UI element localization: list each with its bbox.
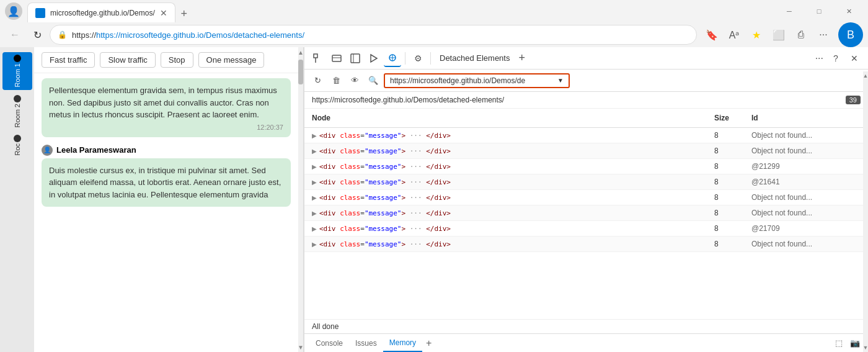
panel-name: Detached Elements — [435, 53, 515, 63]
favorites-icon[interactable]: ★ — [746, 25, 766, 45]
table-row[interactable]: ▶ <div class="message"> ··· </div> 8 Obj… — [304, 205, 868, 221]
delete-icon[interactable]: 🗑 — [328, 73, 344, 89]
collections-icon[interactable]: 🔖 — [702, 25, 722, 45]
count-badge: 39 — [846, 96, 861, 104]
expand-icon[interactable]: ▶ — [312, 241, 317, 248]
node-code: <div class="message"> ··· </div> — [319, 194, 451, 202]
stop-button[interactable]: Stop — [161, 52, 193, 68]
more-options-button[interactable]: ··· — [813, 53, 826, 64]
scroll-bottom-arrow[interactable]: ▼ — [863, 343, 868, 352]
table-row[interactable]: ▶ <div class="message"> ··· </div> 8 @21… — [304, 159, 868, 174]
profile-icon[interactable]: 👤 — [5, 2, 22, 20]
add-panel-button[interactable]: + — [516, 52, 528, 65]
sources-icon[interactable] — [365, 50, 383, 67]
network-icon[interactable] — [384, 50, 401, 67]
fast-traffic-button[interactable]: Fast traffic — [42, 52, 95, 68]
console-drawer-icon[interactable] — [328, 50, 345, 67]
size-cell: 8 — [707, 223, 744, 234]
tab-close-button[interactable]: ✕ — [160, 9, 167, 17]
size-cell: 8 — [707, 161, 744, 172]
close-button[interactable]: ✕ — [835, 1, 863, 21]
room-label-2: Room 2 — [14, 104, 21, 128]
slow-traffic-button[interactable]: Slow traffic — [100, 52, 155, 68]
issues-tab[interactable]: Issues — [349, 334, 383, 352]
table-row[interactable]: ▶ <div class="message"> ··· </div> 8 Obj… — [304, 128, 868, 143]
refresh-button[interactable]: ↻ — [27, 25, 47, 45]
more-tools-icon[interactable]: ··· — [813, 25, 833, 45]
refresh-analysis-icon[interactable]: ↻ — [309, 73, 326, 89]
screenshot-icon[interactable]: 📷 — [847, 335, 863, 351]
table-row[interactable]: ▶ <div class="message"> ··· </div> 8 @21… — [304, 221, 868, 237]
read-aloud-icon[interactable]: Aᵃ — [724, 25, 744, 45]
back-button[interactable]: ← — [5, 25, 25, 45]
node-code: <div class="message"> ··· </div> — [319, 225, 451, 233]
new-tab-button[interactable]: + — [175, 5, 193, 22]
expand-icon[interactable]: ▶ — [312, 179, 317, 186]
expand-icon[interactable]: ▶ — [312, 225, 317, 232]
scroll-top-arrow[interactable]: ▲ — [863, 71, 868, 80]
node-cell: ▶ <div class="message"> ··· </div> — [304, 161, 707, 172]
settings-icon[interactable]: ⚙ — [409, 50, 427, 67]
table-body: ▶ <div class="message"> ··· </div> 8 Obj… — [304, 128, 868, 252]
screenshot-icon[interactable]: ⎙ — [791, 25, 811, 45]
room-label-1: Room 1 — [14, 63, 21, 88]
bing-button[interactable]: B — [838, 22, 863, 47]
memory-tab[interactable]: Memory — [383, 334, 422, 352]
table-row[interactable]: ▶ <div class="message"> ··· </div> 8 @21… — [304, 174, 868, 190]
url-display-text: https://microsoftedge.github.io/Demos/de… — [312, 96, 504, 104]
id-cell: Object not found... — [744, 207, 868, 219]
node-code: <div class="message"> ··· </div> — [319, 132, 451, 140]
scroll-down-arrow[interactable]: ▼ — [298, 342, 303, 352]
url-dropdown-icon[interactable]: ▼ — [557, 77, 564, 84]
node-code: <div class="message"> ··· </div> — [319, 178, 451, 186]
devtools-scrollbar[interactable]: ▲ ▼ — [863, 71, 868, 352]
one-message-button[interactable]: One message — [198, 52, 265, 68]
scroll-thumb[interactable] — [298, 60, 303, 84]
room-dot-3 — [14, 135, 21, 142]
minimize-button[interactable]: ─ — [775, 1, 804, 21]
close-devtools-icon[interactable]: ✕ — [846, 50, 863, 67]
undock-icon[interactable]: ⬚ — [831, 335, 847, 351]
room-item-3[interactable]: Roc — [2, 132, 32, 158]
chat-scrollbar[interactable]: ▲ ▼ — [298, 47, 303, 352]
active-tab[interactable]: microsoftedge.github.io/Demos/ ✕ — [27, 2, 175, 22]
node-code: <div class="message"> ··· </div> — [319, 209, 451, 217]
expand-icon[interactable]: ▶ — [312, 132, 317, 139]
column-header-size[interactable]: Size — [707, 111, 744, 125]
expand-icon[interactable]: ▶ — [312, 194, 317, 201]
scroll-up-arrow[interactable]: ▲ — [298, 47, 303, 57]
inspect-icon[interactable] — [309, 50, 327, 67]
room-item-1[interactable]: Room 1 — [2, 52, 32, 90]
address-bar-row: ← ↻ 🔒 https://https://microsoftedge.gith… — [0, 22, 868, 47]
maximize-button[interactable]: □ — [805, 1, 833, 21]
expand-icon[interactable]: ▶ — [312, 163, 317, 170]
table-row[interactable]: ▶ <div class="message"> ··· </div> 8 Obj… — [304, 237, 868, 252]
chat-toolbar: Fast traffic Slow traffic Stop One messa… — [34, 47, 298, 73]
message-item-2: 👤 Leela Parameswaran Duis molestie cursu… — [42, 145, 291, 207]
address-bar[interactable]: 🔒 https://https://microsoftedge.github.i… — [50, 25, 697, 45]
address-text: https://https://microsoftedge.github.io/… — [72, 30, 689, 40]
column-header-id[interactable]: Id — [744, 111, 868, 125]
tab-title: microsoftedge.github.io/Demos/ — [50, 9, 155, 17]
toolbar-separator-2 — [430, 52, 431, 65]
room-item-2[interactable]: Room 2 — [2, 93, 32, 130]
size-cell: 8 — [707, 176, 744, 187]
split-screen-icon[interactable]: ⬜ — [769, 25, 789, 45]
console-tab[interactable]: Console — [309, 334, 349, 352]
message-text-2: Duis molestie cursus ex, in tristique mi… — [49, 165, 283, 201]
table-row[interactable]: ▶ <div class="message"> ··· </div> 8 Obj… — [304, 190, 868, 205]
toolbar-separator — [405, 52, 405, 65]
elements-icon[interactable] — [347, 50, 364, 67]
table-row[interactable]: ▶ <div class="message"> ··· </div> 8 Obj… — [304, 143, 868, 159]
expand-icon[interactable]: ▶ — [312, 148, 317, 155]
url-input[interactable]: https://microsoftedge.github.io/Demos/de… — [384, 73, 570, 88]
main-content: Room 1 Room 2 Roc Fast traffic Slow traf… — [0, 47, 868, 352]
eye-icon[interactable]: 👁 — [347, 73, 363, 89]
help-icon[interactable]: ? — [827, 50, 844, 67]
node-cell: ▶ <div class="message"> ··· </div> — [304, 146, 707, 156]
column-header-node[interactable]: Node — [304, 111, 707, 125]
add-tab-button[interactable]: + — [422, 338, 435, 349]
bottom-tabs: Console Issues Memory + ⬚ 📷 — [304, 333, 868, 352]
expand-icon[interactable]: ▶ — [312, 210, 317, 217]
search-dt-icon[interactable]: 🔍 — [365, 73, 381, 89]
